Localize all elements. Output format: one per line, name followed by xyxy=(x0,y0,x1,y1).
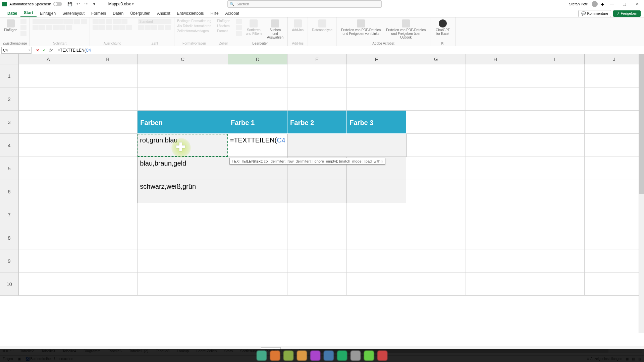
fill-icon[interactable] xyxy=(236,25,242,30)
col-header-e[interactable]: E xyxy=(287,54,347,64)
dec-inc-icon[interactable] xyxy=(158,25,164,30)
task-icon[interactable] xyxy=(283,351,293,361)
align-mid-icon[interactable] xyxy=(99,19,105,24)
orientation-icon[interactable] xyxy=(113,19,121,24)
find-select-button[interactable]: Suchen und Auswählen xyxy=(265,19,285,40)
tab-start[interactable]: Start xyxy=(20,9,36,17)
currency-icon[interactable] xyxy=(138,25,144,30)
cell-d4-editing[interactable]: =TEXTTEILEN(C4 TEXTTEILEN(text; col_deli… xyxy=(228,134,288,157)
copy-icon[interactable] xyxy=(20,25,26,30)
select-all-corner[interactable] xyxy=(0,54,19,64)
align-center-icon[interactable] xyxy=(99,25,105,30)
percent-icon[interactable] xyxy=(145,25,151,30)
table-cell[interactable] xyxy=(228,180,287,203)
table-cell[interactable] xyxy=(347,134,407,157)
addins-button[interactable]: Add-Ins xyxy=(290,19,305,33)
filename-dropdown-icon[interactable]: ▾ xyxy=(132,2,134,6)
col-header-d[interactable]: D xyxy=(228,54,287,64)
row-header-4[interactable]: 4 xyxy=(0,134,19,157)
align-right-icon[interactable] xyxy=(106,25,112,30)
task-icon[interactable] xyxy=(310,351,320,361)
filename[interactable]: Mappe3.xlsx xyxy=(108,2,131,6)
format-painter-icon[interactable] xyxy=(20,31,26,36)
fx-icon[interactable]: fx xyxy=(48,48,54,53)
cancel-icon[interactable]: ✕ xyxy=(35,48,40,53)
row-header-3[interactable]: 3 xyxy=(0,111,19,134)
tab-help[interactable]: Hilfe xyxy=(207,10,222,17)
number-format-select[interactable]: Standard xyxy=(138,19,171,24)
clear-icon[interactable] xyxy=(236,31,242,36)
share-button[interactable]: ↗ Freigeben xyxy=(613,10,641,17)
dec-dec-icon[interactable] xyxy=(165,25,171,30)
grid[interactable]: A B C D E F G H I J 1 2 3 4 5 6 7 8 9 10… xyxy=(0,54,644,346)
insert-cells-button[interactable]: Einfügen xyxy=(217,19,230,23)
tab-file[interactable]: Datei xyxy=(4,10,20,17)
font-size-input[interactable] xyxy=(63,19,73,24)
indent-dec-icon[interactable] xyxy=(113,25,119,30)
cell-styles-button[interactable]: Zellenformatvorlagen xyxy=(177,29,211,33)
row-header-7[interactable]: 7 xyxy=(0,203,19,226)
format-cells-button[interactable]: Format xyxy=(217,29,230,33)
col-header-h[interactable]: H xyxy=(466,54,525,64)
bold-icon[interactable] xyxy=(33,25,39,30)
autosave-toggle[interactable]: Automatisches Speichern xyxy=(9,2,62,6)
align-top-icon[interactable] xyxy=(93,19,99,24)
font-color-icon[interactable] xyxy=(66,25,72,30)
task-icon[interactable] xyxy=(364,351,374,361)
avatar[interactable] xyxy=(592,1,598,7)
table-header[interactable]: Farbe 3 xyxy=(347,111,406,134)
comma-icon[interactable] xyxy=(151,25,157,30)
row-header-10[interactable]: 10 xyxy=(0,273,19,296)
col-header-b[interactable]: B xyxy=(78,54,138,64)
paste-button[interactable]: Einfügen xyxy=(3,19,18,33)
analysis-button[interactable]: Datenanalyse xyxy=(311,19,334,33)
task-icon[interactable] xyxy=(257,351,267,361)
maximize-button[interactable]: ▢ xyxy=(620,2,629,6)
row-header-1[interactable]: 1 xyxy=(0,64,19,87)
col-header-f[interactable]: F xyxy=(347,54,406,64)
table-header[interactable]: Farbe 1 xyxy=(228,111,287,134)
align-bot-icon[interactable] xyxy=(106,19,112,24)
row-header-8[interactable]: 8 xyxy=(0,226,19,249)
save-icon[interactable]: 💾 xyxy=(67,1,73,7)
cells-area[interactable]: Farben Farbe 1 Farbe 2 Farbe 3 rot,grün,… xyxy=(19,64,644,346)
tab-data[interactable]: Daten xyxy=(109,10,127,17)
user-name[interactable]: Stefan Petri xyxy=(569,2,588,6)
shrink-font-icon[interactable] xyxy=(81,19,87,24)
table-cell[interactable] xyxy=(287,180,347,203)
table-cell[interactable] xyxy=(347,180,406,203)
tab-view[interactable]: Ansicht xyxy=(154,10,173,17)
comments-button[interactable]: 💬 Kommentare xyxy=(578,10,611,17)
acro-links-button[interactable]: Erstellen von PDF-Dateien und Freigeben … xyxy=(339,19,382,36)
row-header-9[interactable]: 9 xyxy=(0,249,19,273)
task-icon[interactable] xyxy=(324,351,334,361)
close-button[interactable]: ✕ xyxy=(633,2,642,6)
row-header-6[interactable]: 6 xyxy=(0,180,19,203)
diamond-icon[interactable]: ◆ xyxy=(601,2,604,6)
row-header-2[interactable]: 2 xyxy=(0,87,19,111)
redo-icon[interactable]: ↷ xyxy=(84,1,89,7)
italic-icon[interactable] xyxy=(39,25,45,30)
tab-pagelayout[interactable]: Seitenlayout xyxy=(59,10,88,17)
table-header[interactable]: Farben xyxy=(138,111,228,134)
indent-inc-icon[interactable] xyxy=(119,25,125,30)
align-left-icon[interactable] xyxy=(93,25,99,30)
tab-insert[interactable]: Einfügen xyxy=(37,10,59,17)
task-icon[interactable] xyxy=(377,351,387,361)
confirm-icon[interactable]: ✓ xyxy=(42,48,47,53)
col-header-g[interactable]: G xyxy=(406,54,466,64)
delete-cells-button[interactable]: Löschen xyxy=(217,24,230,28)
col-header-c[interactable]: C xyxy=(138,54,228,64)
name-box[interactable]: C4 xyxy=(1,47,32,54)
minimize-button[interactable]: — xyxy=(607,2,616,6)
table-cell[interactable] xyxy=(288,134,347,157)
table-cell[interactable]: blau,braun,geld xyxy=(138,157,228,180)
wrap-icon[interactable] xyxy=(121,19,127,24)
underline-icon[interactable] xyxy=(46,25,52,30)
task-icon[interactable] xyxy=(297,351,307,361)
toggle-switch[interactable] xyxy=(53,2,62,6)
scroll-thumb[interactable] xyxy=(639,54,644,194)
table-header[interactable]: Farbe 2 xyxy=(287,111,347,134)
tab-developer[interactable]: Entwicklertools xyxy=(174,10,207,17)
autosum-icon[interactable] xyxy=(236,19,242,24)
